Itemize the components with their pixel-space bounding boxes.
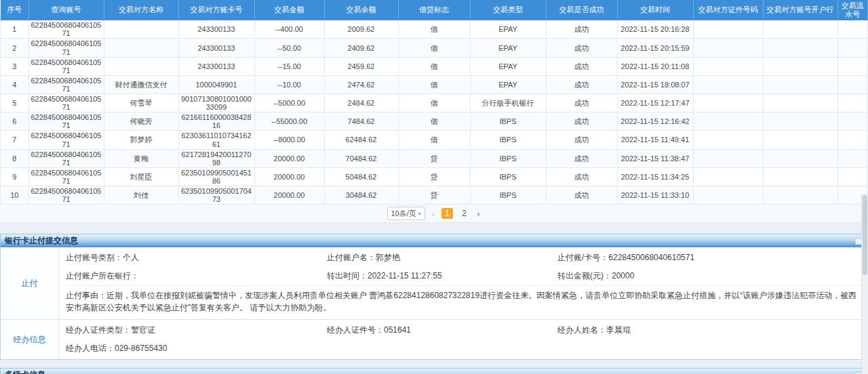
next-page-button[interactable]: › bbox=[475, 209, 481, 218]
table-cell: 何雪琴 bbox=[104, 94, 178, 112]
column-header: 借贷标志 bbox=[398, 0, 470, 20]
table-cell: EPAY bbox=[470, 39, 546, 57]
table-row[interactable]: 16228450068040610571243300133--400.00200… bbox=[1, 20, 868, 39]
table-cell: 借 bbox=[398, 131, 470, 149]
table-cell: IBPS bbox=[470, 149, 546, 167]
table-cell bbox=[837, 112, 868, 131]
table-cell: 2022-11-15 11:33:10 bbox=[617, 186, 693, 204]
page-size-select[interactable]: 10条/页 ▾ bbox=[387, 207, 425, 220]
table-cell: 2474.62 bbox=[324, 75, 398, 94]
table-cell: 1000049901 bbox=[178, 75, 254, 94]
table-cell: 贷 bbox=[398, 186, 470, 204]
table-cell: 贷 bbox=[398, 149, 470, 167]
table-cell: 7 bbox=[1, 131, 29, 149]
info-field: 经办人证件号：051641 bbox=[327, 325, 557, 336]
table-cell: 2022-11-15 11:34:25 bbox=[617, 167, 693, 186]
table-cell bbox=[837, 131, 868, 149]
column-header: 交易余额 bbox=[324, 0, 398, 20]
column-header: 交易是否成功 bbox=[546, 0, 617, 20]
table-cell: 20000.00 bbox=[254, 167, 324, 186]
table-cell: 2 bbox=[1, 39, 29, 57]
agent-info-row-content: 经办人证件类型：警官证经办人证件号：051641经办人姓名：李晨琨 经办人电话：… bbox=[59, 320, 867, 359]
table-cell: 6228450068040610571 bbox=[28, 186, 104, 204]
table-cell: 借 bbox=[398, 75, 470, 94]
table-cell: EPAY bbox=[470, 57, 546, 75]
scrollbar-thumb[interactable] bbox=[863, 195, 867, 275]
table-row[interactable]: 56228450068040610571何雪琴90107130801001000… bbox=[1, 94, 868, 112]
column-header: 交易对方账卡号 bbox=[178, 0, 254, 20]
stop-payment-reason: 止付事由：近期，我单位在接报刘妮被骗警情中，发现涉案人员利用贵单位相关账户 曹鸿… bbox=[66, 285, 862, 318]
table-row[interactable]: 66228450068040610571何晓芳62166116000038428… bbox=[1, 112, 868, 131]
table-cell bbox=[104, 57, 178, 75]
table-row[interactable]: 86228450068040610571黄梅621728194200112709… bbox=[1, 149, 868, 167]
vertical-scrollbar[interactable] bbox=[861, 194, 868, 374]
table-row[interactable]: 36228450068040610571243300133--15.002459… bbox=[1, 57, 868, 75]
column-header: 交易金额 bbox=[254, 0, 324, 20]
table-cell: 财付通微信支付 bbox=[104, 75, 178, 94]
table-cell: 62484.62 bbox=[324, 131, 398, 149]
table-cell: 分行版手机银行 bbox=[470, 94, 546, 112]
table-cell bbox=[837, 149, 868, 167]
table-cell: 何晓芳 bbox=[104, 112, 178, 131]
table-cell: 243300133 bbox=[178, 57, 254, 75]
table-cell: 5 bbox=[1, 94, 29, 112]
table-cell bbox=[104, 39, 178, 57]
table-cell: 成功 bbox=[546, 131, 617, 149]
table-cell: 243300133 bbox=[178, 20, 254, 39]
table-cell: 黄梅 bbox=[104, 149, 178, 167]
table-cell: 2022-11-15 20:16:28 bbox=[617, 20, 693, 39]
table-cell: 2022-11-15 11:38:47 bbox=[617, 149, 693, 167]
table-cell: 1 bbox=[1, 20, 29, 39]
column-header: 交易对方名称 bbox=[104, 0, 178, 20]
table-cell: 刘佳 bbox=[104, 186, 178, 204]
table-cell: 刘星臣 bbox=[104, 167, 178, 186]
table-cell bbox=[763, 57, 837, 75]
table-cell bbox=[763, 112, 837, 131]
table-cell: 8 bbox=[1, 149, 29, 167]
table-row[interactable]: 96228450068040610571刘星臣62350109905001451… bbox=[1, 167, 868, 186]
stop-payment-row: 止付 止付账号类别：个人止付账户名：郭梦艳止付账/卡号：622845006804… bbox=[1, 247, 867, 319]
table-cell: 6228450068040610571 bbox=[28, 75, 104, 94]
table-cell: 2022-11-15 11:49:41 bbox=[617, 131, 693, 149]
table-cell bbox=[763, 75, 837, 94]
table-cell: 借 bbox=[398, 112, 470, 131]
page-number-1[interactable]: 1 bbox=[441, 208, 453, 219]
table-cell: --10.00 bbox=[254, 75, 324, 94]
info-field: 经办人电话：029-86755430 bbox=[66, 343, 327, 354]
table-cell: 6230361101073416261 bbox=[178, 131, 254, 149]
table-cell: 2022-11-15 12:17:47 bbox=[617, 94, 693, 112]
table-cell bbox=[837, 39, 868, 57]
agent-info-row-label: 经办信息 bbox=[1, 320, 59, 359]
table-cell: --50.00 bbox=[254, 39, 324, 57]
table-cell: 借 bbox=[398, 94, 470, 112]
table-row[interactable]: 26228450068040610571243300133--50.002409… bbox=[1, 39, 868, 57]
chevron-down-icon: ▾ bbox=[418, 211, 421, 217]
prev-page-button[interactable]: ‹ bbox=[431, 209, 436, 218]
info-field: 经办人姓名：李晨琨 bbox=[557, 325, 862, 336]
table-cell: 6228450068040610571 bbox=[28, 112, 104, 131]
info-field: 止付账户所在银行： bbox=[66, 270, 327, 282]
table-row[interactable]: 106228450068040610571刘佳62350109905001704… bbox=[1, 186, 868, 204]
table-cell: 243300133 bbox=[178, 39, 254, 57]
table-row[interactable]: 76228450068040610571郭梦婷62303611010734162… bbox=[1, 131, 868, 149]
table-cell: 4 bbox=[1, 75, 29, 94]
table-cell: 6228450068040610571 bbox=[28, 131, 104, 149]
pagination-bar: 10条/页 ▾ ‹ 1 2 › bbox=[0, 205, 868, 223]
table-cell: 2022-11-15 18:08:07 bbox=[617, 75, 693, 94]
table-cell bbox=[763, 149, 837, 167]
page-size-value: 10条/页 bbox=[391, 209, 416, 219]
table-cell: 借 bbox=[398, 39, 470, 57]
table-cell: 20000.00 bbox=[254, 149, 324, 167]
column-header: 交易类型 bbox=[470, 0, 546, 20]
table-cell: 6228450068040610571 bbox=[28, 39, 104, 57]
table-cell: 9010713080100100033099 bbox=[178, 94, 254, 112]
table-cell: --55000.00 bbox=[254, 112, 324, 131]
table-cell bbox=[763, 167, 837, 186]
table-cell: 6228450068040610571 bbox=[28, 94, 104, 112]
stop-payment-section-bar: 银行卡止付提交信息 bbox=[0, 234, 868, 247]
table-cell bbox=[763, 39, 837, 57]
table-row[interactable]: 46228450068040610571财付通微信支付1000049901--1… bbox=[1, 75, 868, 94]
page-number-2[interactable]: 2 bbox=[458, 208, 470, 219]
table-cell: 成功 bbox=[546, 149, 617, 167]
table-cell: 成功 bbox=[546, 112, 617, 131]
